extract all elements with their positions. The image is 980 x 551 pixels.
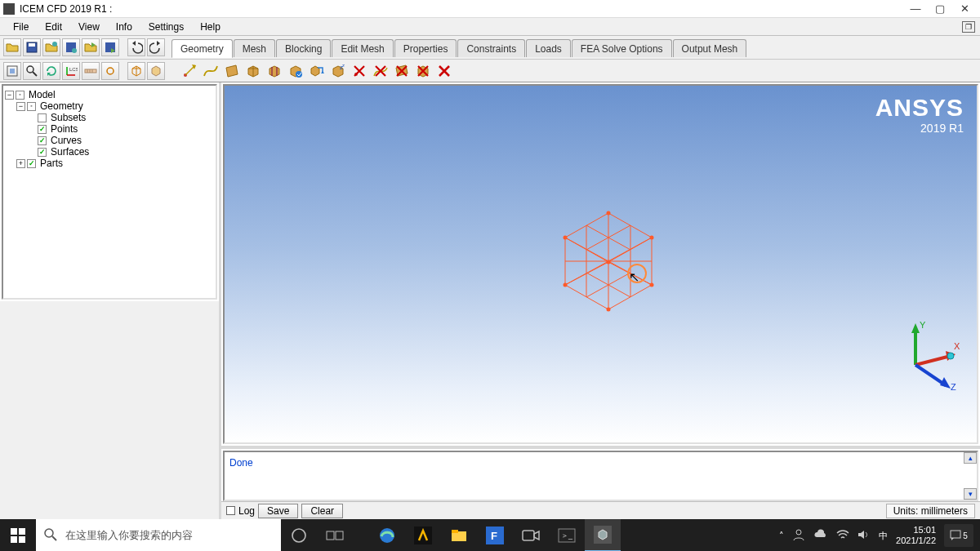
taskbar-app-ansys-icon[interactable] <box>405 519 441 551</box>
save-log-button[interactable]: Save <box>258 504 298 518</box>
save-mesh-icon[interactable] <box>101 38 119 56</box>
restore-dormant-icon[interactable]: zz <box>328 62 348 80</box>
clear-log-button[interactable]: Clear <box>301 504 343 518</box>
scroll-down-icon[interactable]: ▾ <box>964 488 977 500</box>
log-checkbox[interactable] <box>226 506 235 515</box>
minimize-button[interactable]: — <box>903 2 928 15</box>
delete-any-icon[interactable] <box>434 62 454 80</box>
delete-point-icon[interactable] <box>350 62 369 80</box>
taskbar-app-edge-icon[interactable] <box>369 519 405 551</box>
tree-item-subsets[interactable]: Subsets <box>49 112 86 123</box>
tab-geometry[interactable]: Geometry <box>172 39 233 58</box>
message-log[interactable]: Done ▴ ▾ <box>223 451 978 501</box>
taskbar-app-terminal-icon[interactable]: ＞_ <box>549 519 585 551</box>
orientation-triad[interactable]: Y X Z <box>887 320 960 393</box>
repair-icon[interactable] <box>286 62 305 80</box>
maximize-button[interactable]: ▢ <box>928 2 952 15</box>
menu-file[interactable]: File <box>5 19 37 35</box>
create-curve-icon[interactable] <box>201 62 220 80</box>
tab-blocking[interactable]: Blocking <box>276 39 331 57</box>
task-view-icon[interactable] <box>317 519 353 551</box>
taskbar-app-explorer-icon[interactable] <box>441 519 477 551</box>
refresh-icon[interactable] <box>42 62 60 80</box>
tab-fea-solve[interactable]: FEA Solve Options <box>572 39 672 57</box>
fit-icon[interactable] <box>3 62 21 80</box>
tab-mesh[interactable]: Mesh <box>234 39 275 57</box>
save-geom-icon[interactable] <box>62 38 80 56</box>
save-icon[interactable] <box>23 38 41 56</box>
tray-clock[interactable]: 15:01 2021/1/22 <box>896 525 936 546</box>
undo-icon[interactable] <box>127 38 145 56</box>
delete-curve-icon[interactable] <box>371 62 390 80</box>
create-body-icon[interactable] <box>243 62 263 80</box>
delete-surface-icon[interactable] <box>392 62 412 80</box>
tree-item-curves[interactable]: Curves <box>49 135 82 146</box>
model-tree[interactable]: − Model − Geometry Subsets Points Curves <box>2 84 217 300</box>
tab-output-mesh[interactable]: Output Mesh <box>673 39 747 57</box>
cortana-icon[interactable] <box>281 519 317 551</box>
taskbar-app-icem-icon[interactable] <box>585 519 621 551</box>
menu-info[interactable]: Info <box>108 19 140 35</box>
tree-item-surfaces[interactable]: Surfaces <box>49 146 89 158</box>
zoom-icon[interactable] <box>23 62 41 80</box>
redo-icon[interactable] <box>147 38 165 56</box>
svg-text:z: z <box>342 63 345 68</box>
wireframe-icon[interactable] <box>127 62 145 80</box>
select-icon[interactable] <box>101 62 119 80</box>
tray-wifi-icon[interactable] <box>836 529 849 542</box>
svg-rect-63 <box>11 536 17 543</box>
tree-expander[interactable]: − <box>16 102 25 111</box>
menu-edit[interactable]: Edit <box>37 19 70 35</box>
transform-icon[interactable] <box>307 62 327 80</box>
menu-help[interactable]: Help <box>192 19 229 35</box>
segment-icon[interactable] <box>265 62 284 80</box>
tray-volume-icon[interactable] <box>858 529 871 542</box>
svg-point-50 <box>564 283 568 287</box>
create-point-icon[interactable] <box>180 62 199 80</box>
shaded-icon[interactable] <box>147 62 165 80</box>
menu-view[interactable]: View <box>70 19 108 35</box>
svg-text:LCS: LCS <box>69 67 78 72</box>
tray-onedrive-icon[interactable] <box>813 529 828 542</box>
message-text: Done <box>229 457 253 469</box>
tree-item-points[interactable]: Points <box>49 123 78 135</box>
tab-constraints[interactable]: Constraints <box>457 39 525 57</box>
tray-ime-label[interactable]: 中 <box>879 530 888 542</box>
tree-expander[interactable]: − <box>5 91 14 100</box>
tab-properties[interactable]: Properties <box>394 39 457 57</box>
tray-people-icon[interactable] <box>792 528 805 543</box>
tree-check-model[interactable] <box>16 91 24 100</box>
scroll-up-icon[interactable]: ▴ <box>964 452 977 464</box>
tree-check-geometry[interactable] <box>27 102 36 111</box>
tree-expander[interactable]: + <box>16 159 25 168</box>
tab-edit-mesh[interactable]: Edit Mesh <box>332 39 393 57</box>
tree-check-points[interactable] <box>38 125 47 134</box>
tree-item-parts[interactable]: Parts <box>38 158 63 169</box>
start-button[interactable] <box>0 519 36 551</box>
svg-rect-64 <box>19 536 25 543</box>
tab-loads[interactable]: Loads <box>526 39 571 57</box>
open-icon[interactable] <box>3 38 21 56</box>
delete-body-icon[interactable] <box>413 62 433 80</box>
open-geom-icon[interactable] <box>42 38 60 56</box>
tray-notifications-icon[interactable]: 5 <box>944 524 973 547</box>
graphics-viewport[interactable]: ANSYS 2019 R1 <box>223 84 978 444</box>
tree-item-model[interactable]: Model <box>27 89 56 100</box>
tree-check-surfaces[interactable] <box>38 148 47 157</box>
taskbar-app-camera-icon[interactable] <box>513 519 549 551</box>
restore-mdi-button[interactable]: ❐ <box>962 21 975 33</box>
close-button[interactable]: ✕ <box>952 2 977 15</box>
tree-check-parts[interactable] <box>27 159 36 168</box>
open-mesh-icon[interactable] <box>82 38 100 56</box>
tree-check-subsets[interactable] <box>38 113 47 122</box>
menu-settings[interactable]: Settings <box>140 19 192 35</box>
tree-check-curves[interactable] <box>38 136 47 145</box>
taskbar-app-f-icon[interactable]: F <box>477 519 513 551</box>
taskbar-search[interactable]: 在这里输入你要搜索的内容 <box>36 519 281 551</box>
create-surface-icon[interactable] <box>222 62 242 80</box>
lcs-icon[interactable]: LCS <box>62 62 80 80</box>
windows-taskbar[interactable]: 在这里输入你要搜索的内容 F ＞_ ˄ 中 15:01 2021/1/22 5 <box>0 519 980 551</box>
tree-item-geometry[interactable]: Geometry <box>38 100 83 112</box>
measure-icon[interactable] <box>82 62 100 80</box>
tray-chevron-up-icon[interactable]: ˄ <box>779 531 784 541</box>
